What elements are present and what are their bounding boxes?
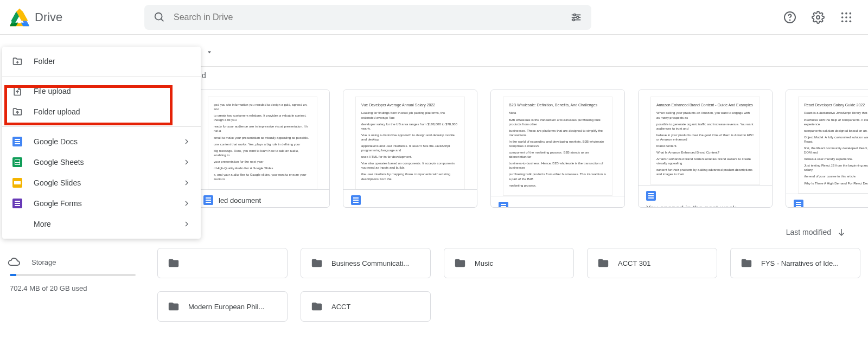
google-docs-icon: [646, 191, 656, 201]
svg-point-16: [790, 20, 790, 20]
svg-marker-29: [208, 52, 211, 54]
menu-item-google-docs[interactable]: Google Docs: [2, 131, 201, 152]
folder-name: Business Communicati...: [331, 259, 409, 267]
folder-item[interactable]: Modern European Phil...: [157, 291, 288, 322]
svg-point-26: [850, 20, 852, 22]
new-context-menu: Folder File upload Folder upload Google …: [2, 47, 201, 239]
file-upload-icon: [12, 86, 23, 97]
folder-item[interactable]: Business Communicati...: [301, 248, 431, 278]
svg-point-7: [155, 12, 162, 20]
file-card[interactable]: Vue Developer Average Annual Salary 2022…: [343, 90, 477, 208]
folder-icon: [168, 301, 180, 312]
new-folder-icon: [12, 56, 23, 67]
blank-icon: [12, 219, 23, 229]
divider: [195, 66, 868, 67]
breadcrumb[interactable]: e: [195, 41, 868, 63]
menu-item-folder[interactable]: Folder: [2, 51, 201, 72]
storage-text: 702.4 MB of 20 GB used: [10, 284, 87, 292]
svg-marker-2: [16, 8, 23, 11]
svg-point-21: [841, 16, 844, 18]
file-card[interactable]: B2B Wholesale: Definition, Benefits, And…: [490, 90, 625, 208]
menu-item-google-forms[interactable]: Google Forms: [2, 193, 201, 214]
menu-label: Folder upload: [34, 107, 191, 116]
svg-point-18: [841, 12, 844, 14]
header-actions: [783, 11, 859, 24]
svg-point-25: [845, 20, 847, 22]
storage-bar: [10, 274, 136, 276]
search-input[interactable]: [173, 12, 563, 23]
svg-point-12: [577, 16, 579, 18]
menu-separator: [2, 76, 201, 76]
folder-item[interactable]: Music: [444, 248, 574, 278]
menu-item-google-sheets[interactable]: Google Sheets: [2, 152, 201, 172]
file-thumbnail: B2B Wholesale: Definition, Benefits, And…: [491, 90, 624, 196]
settings-icon[interactable]: [812, 11, 825, 24]
search-options-icon[interactable]: [570, 11, 583, 24]
folder-name: ACCT: [331, 303, 350, 311]
menu-item-more[interactable]: More: [2, 214, 201, 234]
google-docs-icon: [499, 202, 508, 208]
file-card-footer: You opened in the past week: [639, 185, 772, 208]
svg-line-8: [161, 18, 164, 21]
google-forms-icon: [12, 198, 23, 209]
folder-item[interactable]: FYS - Narratives of Ide...: [730, 248, 860, 278]
menu-item-folder-upload[interactable]: Folder upload: [2, 101, 201, 122]
google-docs-icon: [12, 136, 23, 147]
folder-name: Modern European Phil...: [188, 303, 264, 311]
folders-header: Folders Last modified: [157, 227, 868, 237]
chevron-right-icon: [182, 178, 191, 187]
svg-point-14: [573, 18, 575, 21]
suggested-label: d: [202, 71, 868, 80]
svg-point-19: [845, 12, 847, 14]
file-card-footer: You edited in the past week: [786, 194, 868, 208]
menu-label: Google Docs: [34, 137, 171, 146]
file-thumbnail: Vue Developer Average Annual Salary 2022…: [343, 90, 477, 189]
file-card[interactable]: ged you site information you needed to d…: [195, 90, 330, 208]
folder-name: FYS - Narratives of Ide...: [761, 259, 839, 267]
menu-label: Google Forms: [34, 199, 171, 208]
sort-label: Last modified: [786, 228, 831, 236]
brand-text: Drive: [35, 10, 62, 24]
menu-separator: [2, 126, 201, 127]
drive-logo-icon: [9, 7, 30, 28]
menu-label: Folder: [34, 57, 191, 66]
file-thumbnail: Amazon Enhanced Brand Content - Guide An…: [639, 90, 772, 185]
file-card-footer: led documentl today: [196, 189, 329, 208]
folder-item[interactable]: ACCT: [301, 291, 431, 322]
cloud-icon: [8, 255, 21, 268]
apps-grid-icon[interactable]: [840, 11, 853, 24]
file-thumbnail: ged you site information you needed to d…: [196, 90, 329, 189]
folder-name: ACCT 301: [618, 259, 650, 267]
help-icon[interactable]: [783, 11, 796, 24]
menu-item-file-upload[interactable]: File upload: [2, 81, 201, 101]
google-docs-icon: [794, 200, 803, 208]
dropdown-triangle-icon: [206, 49, 213, 55]
file-title: led document: [219, 196, 261, 204]
file-card[interactable]: Amazon Enhanced Brand Content - Guide An…: [638, 90, 773, 208]
storage-label: Storage: [31, 258, 56, 266]
svg-point-10: [573, 14, 576, 16]
folder-item[interactable]: ACCT 301: [587, 248, 717, 278]
google-docs-icon: [351, 195, 361, 205]
search-bar[interactable]: [144, 5, 591, 30]
search-icon: [153, 11, 166, 24]
folders-row: Business Communicati...MusicACCT 301FYS …: [157, 248, 868, 322]
svg-point-17: [816, 16, 820, 19]
menu-label: Google Sheets: [34, 158, 171, 167]
chevron-right-icon: [182, 199, 191, 208]
sort-control[interactable]: Last modified: [786, 227, 846, 237]
file-card[interactable]: React Developer Salary Guide 2022React i…: [786, 90, 868, 208]
folder-name: Music: [475, 259, 493, 267]
file-thumbnail: React Developer Salary Guide 2022React i…: [786, 90, 868, 194]
folder-upload-icon: [12, 106, 23, 117]
menu-item-google-slides[interactable]: Google Slides: [2, 172, 201, 193]
folder-icon: [311, 301, 323, 312]
sidebar-item-storage[interactable]: Storage: [4, 252, 137, 272]
svg-point-20: [850, 12, 852, 14]
google-slides-icon: [12, 177, 23, 188]
folder-icon: [454, 257, 466, 269]
folder-icon: [311, 257, 323, 269]
brand[interactable]: Drive: [9, 7, 144, 28]
folder-item[interactable]: [157, 248, 288, 278]
arrow-down-icon: [837, 227, 846, 237]
